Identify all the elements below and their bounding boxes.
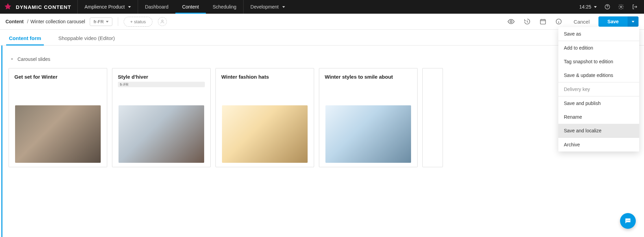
nav-item-dashboard[interactable]: Dashboard (138, 0, 175, 14)
env-name: Development (250, 4, 279, 10)
time-selector[interactable]: 14:25 (579, 4, 597, 10)
divider (118, 17, 118, 26)
card-image (325, 105, 411, 163)
topbar-right: 14:25 (573, 0, 644, 14)
card-2[interactable]: Winter fashion hats (215, 68, 314, 167)
topbar: DYNAMIC CONTENT Amplience Product Dashbo… (0, 0, 644, 14)
chevron-down-icon (10, 57, 14, 61)
svg-point-9 (629, 220, 630, 221)
svg-point-7 (627, 220, 627, 221)
save-button-group: Save (598, 16, 639, 27)
save-menu: Save as Add to edition Tag snapshot to e… (558, 27, 639, 152)
brand: DYNAMIC CONTENT (0, 0, 78, 14)
user-icon (160, 19, 165, 24)
save-button[interactable]: Save (598, 16, 628, 27)
menu-item-save-and-localize[interactable]: Save and localize (558, 124, 639, 137)
locale-selector[interactable]: fr-FR (90, 17, 112, 26)
chevron-down-icon (282, 6, 285, 8)
subbar-icons (507, 18, 562, 25)
card-title: Style d'hiver (118, 74, 205, 80)
svg-point-8 (628, 220, 629, 221)
help-icon[interactable] (604, 4, 610, 10)
logout-icon[interactable] (632, 4, 638, 10)
card-locale-badge: fr-FR (118, 82, 205, 87)
menu-item-delivery-key: Delivery key (558, 82, 639, 96)
cards-row: Get set for Winter Style d'hiver fr-FR W… (9, 68, 638, 167)
history-icon[interactable] (524, 18, 531, 25)
chevron-down-icon (106, 21, 109, 23)
nav-item-scheduling[interactable]: Scheduling (206, 0, 243, 14)
svg-point-4 (510, 21, 512, 23)
nav-item-content[interactable]: Content (175, 0, 206, 14)
tab-content-form[interactable]: Content form (6, 35, 44, 45)
time-value: 14:25 (579, 4, 591, 10)
info-icon[interactable] (555, 18, 562, 25)
add-card-placeholder[interactable] (422, 68, 443, 167)
section-toggle[interactable]: Carousel slides (10, 56, 638, 62)
gear-icon[interactable] (618, 4, 624, 10)
card-title: Winter styles to smile about (325, 74, 412, 80)
tab-shoppable-video[interactable]: Shoppable video (Editor) (55, 35, 117, 45)
add-status-button[interactable]: + status (124, 17, 152, 27)
card-image (222, 105, 308, 163)
brand-name: DYNAMIC CONTENT (16, 4, 71, 10)
chat-icon (624, 217, 632, 225)
card-image (119, 105, 204, 163)
calendar-icon[interactable] (540, 18, 546, 25)
svg-point-2 (620, 6, 622, 8)
menu-item-add-to-edition[interactable]: Add to edition (558, 41, 639, 55)
menu-item-save-update-editions[interactable]: Save & update editions (558, 68, 639, 82)
card-image (15, 105, 101, 163)
card-0[interactable]: Get set for Winter (9, 68, 107, 167)
chevron-down-icon (128, 6, 131, 8)
card-3[interactable]: Winter styles to smile about (319, 68, 418, 167)
svg-point-3 (161, 20, 163, 22)
org-selector[interactable]: Amplience Product (78, 0, 138, 14)
cancel-button[interactable]: Cancel (574, 19, 590, 25)
chat-fab[interactable] (620, 213, 636, 229)
menu-item-tag-snapshot[interactable]: Tag snapshot to edition (558, 55, 639, 68)
content-area: Carousel slides Get set for Winter Style… (1, 45, 644, 237)
menu-item-save-and-publish[interactable]: Save and publish (558, 96, 639, 110)
preview-icon[interactable] (507, 18, 515, 25)
breadcrumb-sep: / (27, 19, 28, 24)
svg-point-1 (607, 8, 607, 8)
svg-rect-5 (540, 19, 545, 24)
env-selector[interactable]: Development (243, 0, 292, 14)
chevron-down-icon (594, 6, 597, 8)
add-assignee-button[interactable] (158, 17, 167, 26)
save-menu-toggle[interactable] (628, 16, 639, 27)
primary-nav: Dashboard Content Scheduling (138, 0, 243, 14)
tabbar: Content form Shoppable video (Editor) (0, 30, 644, 45)
breadcrumb-item: Winter collection carousel (30, 19, 85, 24)
menu-item-save-as[interactable]: Save as (558, 27, 639, 41)
card-title: Winter fashion hats (221, 74, 308, 80)
org-name: Amplience Product (85, 4, 125, 10)
subbar: Content / Winter collection carousel fr-… (0, 14, 644, 30)
card-1[interactable]: Style d'hiver fr-FR (112, 68, 211, 167)
card-title: Get set for Winter (14, 74, 101, 80)
menu-item-rename[interactable]: Rename (558, 110, 639, 124)
brand-logo-icon (3, 2, 12, 11)
menu-item-archive[interactable]: Archive (558, 138, 639, 152)
chevron-down-icon (632, 21, 634, 23)
section-title: Carousel slides (17, 56, 50, 62)
breadcrumb-root[interactable]: Content (5, 19, 24, 24)
locale-value: fr-FR (94, 19, 104, 24)
